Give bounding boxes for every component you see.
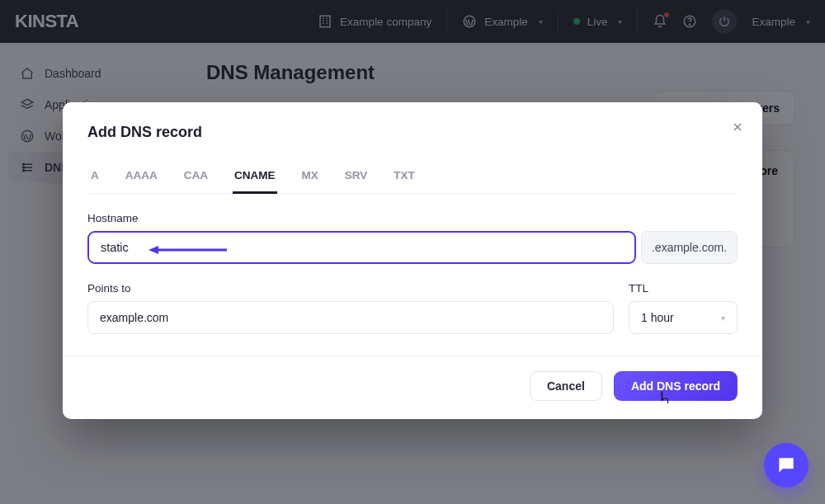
tab-txt[interactable]: TXT: [392, 163, 417, 193]
tab-srv[interactable]: SRV: [343, 163, 370, 193]
tab-a[interactable]: A: [89, 163, 101, 193]
annotation-arrow-icon: [148, 244, 228, 259]
tab-cname[interactable]: CNAME: [233, 163, 277, 194]
chat-launcher[interactable]: [764, 443, 808, 488]
tab-aaaa[interactable]: AAAA: [124, 163, 159, 193]
cursor-icon: [657, 389, 672, 411]
cancel-button[interactable]: Cancel: [530, 371, 602, 401]
ttl-value: 1 hour: [641, 311, 674, 324]
modal-title: Add DNS record: [87, 124, 738, 141]
close-button[interactable]: [731, 120, 744, 138]
chevron-down-icon: ▾: [721, 313, 725, 323]
add-dns-record-modal: Add DNS record A AAAA CAA CNAME MX SRV T…: [63, 102, 762, 419]
svg-marker-9: [148, 246, 158, 254]
tab-caa[interactable]: CAA: [182, 163, 210, 193]
points-to-input[interactable]: [87, 301, 614, 334]
tab-mx[interactable]: MX: [300, 163, 320, 193]
ttl-select[interactable]: 1 hour ▾: [629, 301, 738, 334]
submit-button[interactable]: Add DNS record: [614, 371, 738, 401]
record-type-tabs: A AAAA CAA CNAME MX SRV TXT: [89, 163, 738, 194]
ttl-label: TTL: [629, 282, 738, 294]
points-to-label: Points to: [87, 282, 614, 294]
hostname-suffix: .example.com.: [641, 231, 738, 264]
hostname-label: Hostname: [87, 212, 738, 224]
